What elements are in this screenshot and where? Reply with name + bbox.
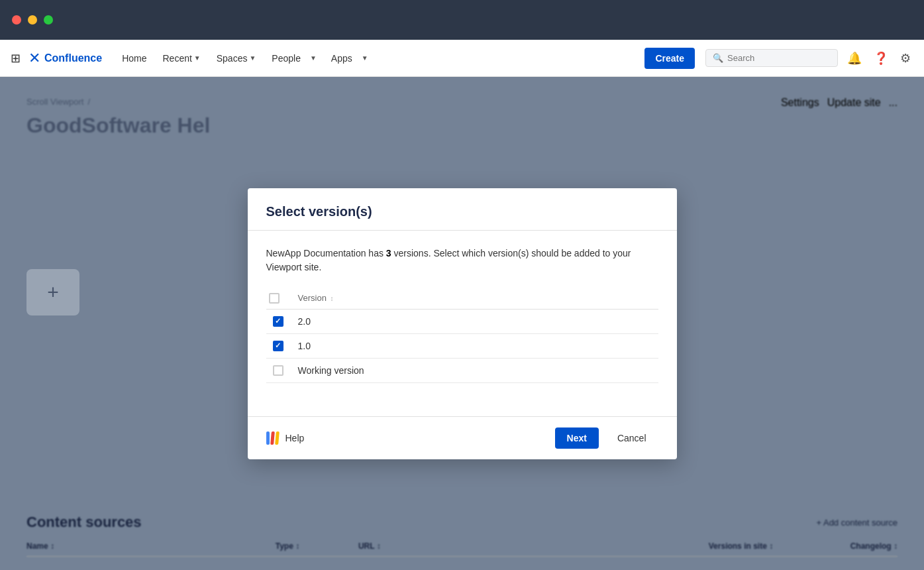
- version-checkbox-cell-2: [266, 358, 295, 382]
- traffic-light-red[interactable]: [12, 15, 21, 25]
- scroll-viewport-logo-icon: [266, 431, 279, 445]
- next-button[interactable]: Next: [555, 428, 599, 449]
- recent-chevron: ▼: [194, 54, 201, 62]
- search-icon: 🔍: [713, 53, 723, 63]
- version-label-1: 1.0: [295, 333, 658, 358]
- search-input[interactable]: [727, 53, 820, 63]
- search-box[interactable]: 🔍: [705, 49, 838, 67]
- modal-footer: Help Next Cancel: [248, 416, 677, 459]
- select-all-checkbox[interactable]: [269, 293, 280, 304]
- logo-bar-2: [270, 431, 275, 445]
- grid-icon[interactable]: ⊞: [11, 51, 21, 66]
- version-label-0: 2.0: [295, 309, 658, 333]
- version-checkbox-1[interactable]: [273, 341, 283, 351]
- title-bar: [0, 0, 924, 40]
- version-label-2: Working version: [295, 358, 658, 382]
- version-table: Version ↕ 2.0: [266, 288, 658, 383]
- traffic-light-green[interactable]: [44, 15, 53, 25]
- modal-description: NewApp Documentation has 3 versions. Sel…: [266, 247, 658, 274]
- modal-desc-prefix: NewApp Documentation has: [266, 248, 386, 258]
- modal-overlay: Select version(s) NewApp Documentation h…: [0, 77, 924, 570]
- people-chevron[interactable]: ▼: [310, 50, 322, 66]
- logo-bar-3: [275, 431, 280, 445]
- logo-bar-1: [266, 431, 270, 445]
- modal-body: NewApp Documentation has 3 versions. Sel…: [248, 231, 677, 416]
- version-row-2: Working version: [266, 358, 658, 382]
- nav-items: Home Recent ▼ Spaces ▼ People▼ Apps▼: [115, 49, 644, 68]
- apps-chevron[interactable]: ▼: [362, 50, 374, 66]
- cancel-button[interactable]: Cancel: [605, 428, 658, 449]
- top-navigation: ⊞ ✕ Confluence Home Recent ▼ Spaces ▼ Pe…: [0, 40, 924, 77]
- version-checkbox-cell-1: [266, 333, 295, 358]
- version-checkbox-0[interactable]: [273, 316, 283, 327]
- nav-recent[interactable]: Recent ▼: [156, 49, 207, 68]
- spaces-chevron: ▼: [249, 54, 256, 62]
- nav-home[interactable]: Home: [115, 49, 153, 68]
- nav-spaces[interactable]: Spaces ▼: [210, 49, 263, 68]
- create-button[interactable]: Create: [644, 48, 695, 69]
- version-checkbox-cell-0: [266, 309, 295, 333]
- select-versions-modal: Select version(s) NewApp Documentation h…: [248, 188, 677, 459]
- help-link[interactable]: Help: [285, 433, 305, 443]
- help-icon[interactable]: ❓: [871, 48, 891, 68]
- col-header-checkbox: [266, 288, 295, 310]
- footer-left: Help: [266, 431, 305, 445]
- notifications-icon[interactable]: 🔔: [845, 48, 864, 68]
- col-header-version: Version ↕: [295, 288, 658, 310]
- modal-header: Select version(s): [248, 188, 677, 231]
- confluence-logo-icon: ✕: [28, 50, 40, 67]
- confluence-logo: ✕ Confluence: [28, 50, 102, 67]
- modal-title: Select version(s): [266, 204, 658, 219]
- version-sort-arrow: ↕: [331, 295, 334, 302]
- version-checkbox-2[interactable]: [273, 365, 283, 376]
- traffic-light-yellow[interactable]: [28, 15, 37, 25]
- nav-people[interactable]: People: [265, 49, 307, 68]
- confluence-logo-text: Confluence: [44, 52, 102, 64]
- version-row-0: 2.0: [266, 309, 658, 333]
- modal-version-count: 3: [386, 248, 391, 258]
- footer-right: Next Cancel: [555, 428, 658, 449]
- settings-icon[interactable]: ⚙: [898, 48, 913, 68]
- nav-right: 🔍 🔔 ❓ ⚙: [705, 48, 913, 68]
- version-row-1: 1.0: [266, 333, 658, 358]
- page-background: Scroll Viewport / GoodSoftware Hel Setti…: [0, 77, 924, 570]
- nav-apps[interactable]: Apps: [325, 49, 359, 68]
